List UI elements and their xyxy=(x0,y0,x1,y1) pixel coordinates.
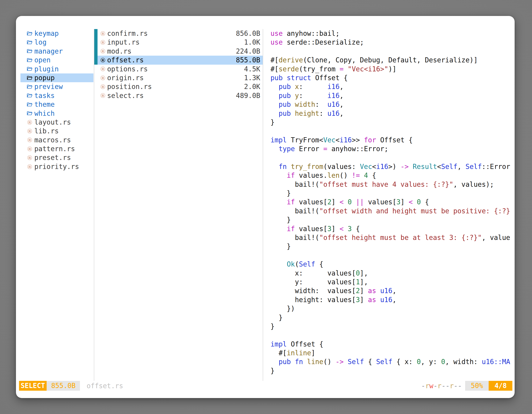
code-line: } xyxy=(270,189,515,198)
code-line: } xyxy=(270,215,515,224)
file-name: mod.rs xyxy=(107,47,132,56)
code-line xyxy=(270,47,515,56)
file-row-options-rs[interactable]: Roptions.rs4.5K xyxy=(94,65,263,73)
sidebar-item-label: lib.rs xyxy=(34,127,59,135)
code-line: #[inline] xyxy=(270,348,515,357)
sidebar-item-pattern-rs[interactable]: Rpattern.rs xyxy=(20,144,94,153)
selection-marker-bar xyxy=(94,29,97,38)
code-line: bail!("offset must have 4 values: {:?}",… xyxy=(270,180,515,189)
rust-file-icon: R xyxy=(27,164,33,170)
rust-file-icon: R xyxy=(100,30,106,37)
file-row-body: Rposition.rs2.0K xyxy=(97,82,263,91)
file-row-body: Rorigin.rs1.3K xyxy=(97,73,263,82)
rust-file-icon: R xyxy=(27,137,33,143)
rust-file-icon: R xyxy=(27,146,33,152)
sidebar-item-open[interactable]: open xyxy=(20,56,94,64)
code-line: y: values[1], xyxy=(270,278,515,286)
code-line: } xyxy=(270,313,515,322)
folder-icon xyxy=(27,84,33,90)
sidebar-item-label: popup xyxy=(34,73,55,82)
file-row-body: Roffset.rs855.0B xyxy=(97,56,263,64)
sidebar-item-theme[interactable]: theme xyxy=(20,100,94,109)
sidebar-item-preview[interactable]: preview xyxy=(20,82,94,91)
sidebar-item-label: pattern.rs xyxy=(34,144,75,153)
mode-badge: SELECT xyxy=(19,381,47,391)
sidebar-item-manager[interactable]: manager xyxy=(20,47,94,56)
sidebar-item-lib-rs[interactable]: Rlib.rs xyxy=(20,127,94,135)
rust-file-icon: R xyxy=(27,155,33,161)
rust-file-icon: R xyxy=(27,128,33,134)
svg-text:R: R xyxy=(102,58,104,62)
rust-file-icon: R xyxy=(100,84,106,90)
code-line: if values.len() != 4 { xyxy=(270,171,515,180)
file-size: 1.0K xyxy=(244,38,260,47)
sidebar-item-label: manager xyxy=(34,47,63,56)
code-line: Ok(Self { xyxy=(270,260,515,269)
svg-text:R: R xyxy=(28,147,31,151)
sidebar-item-plugin[interactable]: plugin xyxy=(20,65,94,73)
code-line: } xyxy=(270,366,515,375)
status-bar: SELECT 855.0B offset.rs -rw-r--r-- 50% 4… xyxy=(19,381,512,391)
sidebar-item-which[interactable]: which xyxy=(20,109,94,118)
sidebar-item-label: tasks xyxy=(34,91,55,100)
file-name: select.rs xyxy=(107,91,144,100)
panes-area: keymaplogmanageropenpluginpopuppreviewta… xyxy=(16,16,515,381)
selection-marker-slot xyxy=(94,82,97,91)
file-row-body: Rselect.rs489.0B xyxy=(97,91,263,100)
code-line: x: values[0], xyxy=(270,269,515,278)
file-row-origin-rs[interactable]: Rorigin.rs1.3K xyxy=(94,73,263,82)
code-line: use anyhow::bail; xyxy=(270,29,515,38)
svg-text:R: R xyxy=(102,49,104,53)
sidebar-item-priority-rs[interactable]: Rpriority.rs xyxy=(20,162,94,171)
sidebar-item-label: plugin xyxy=(34,65,59,73)
code-line: pub fn line() -> Self { Self { x: 0, y: … xyxy=(270,357,515,366)
svg-text:R: R xyxy=(28,165,31,169)
sidebar-item-layout-rs[interactable]: Rlayout.rs xyxy=(20,118,94,127)
file-row-mod-rs[interactable]: Rmod.rs224.0B xyxy=(94,47,263,56)
file-row-offset-rs[interactable]: Roffset.rs855.0B xyxy=(94,56,263,64)
file-row-input-rs[interactable]: Rinput.rs1.0K xyxy=(94,38,263,47)
sidebar-item-popup[interactable]: popup xyxy=(20,73,94,82)
code-line: width: values[2] as u16, xyxy=(270,286,515,295)
code-line: bail!("offset width and height must be p… xyxy=(270,207,515,215)
sidebar-item-log[interactable]: log xyxy=(20,38,94,47)
file-row-select-rs[interactable]: Rselect.rs489.0B xyxy=(94,91,263,100)
file-name: position.rs xyxy=(107,82,152,91)
file-name: offset.rs xyxy=(107,56,144,64)
sidebar-item-tasks[interactable]: tasks xyxy=(20,91,94,100)
folder-icon xyxy=(27,30,33,37)
file-row-body: Rconfirm.rs856.0B xyxy=(97,29,263,38)
code-line: } xyxy=(270,118,515,127)
folder-icon xyxy=(27,101,33,108)
file-size: 224.0B xyxy=(236,47,260,56)
sidebar-item-macros-rs[interactable]: Rmacros.rs xyxy=(20,136,94,144)
code-line: use serde::Deserialize; xyxy=(270,38,515,47)
svg-text:R: R xyxy=(102,76,104,80)
code-line: #[derive(Clone, Copy, Debug, Default, De… xyxy=(270,56,515,64)
sidebar-item-keymap[interactable]: keymap xyxy=(20,29,94,38)
folder-icon xyxy=(27,39,33,45)
selection-marker-bar xyxy=(94,56,97,64)
cursor-position-chip: 4/8 xyxy=(489,381,512,391)
selection-marker-slot xyxy=(94,91,97,100)
folder-icon xyxy=(27,92,33,99)
svg-text:R: R xyxy=(102,94,104,97)
file-size: 855.0B xyxy=(236,56,260,64)
svg-text:R: R xyxy=(102,31,104,35)
file-size: 4.5K xyxy=(244,65,260,73)
code-line: impl TryFrom<Vec<i16>> for Offset { xyxy=(270,136,515,144)
folder-icon xyxy=(27,48,33,54)
file-row-confirm-rs[interactable]: Rconfirm.rs856.0B xyxy=(94,29,263,38)
svg-text:R: R xyxy=(28,120,31,124)
code-line: fn try_from(values: Vec<i16>) -> Result<… xyxy=(270,162,515,171)
folder-icon xyxy=(27,110,33,116)
sidebar-item-preset-rs[interactable]: Rpreset.rs xyxy=(20,153,94,162)
file-row-body: Roptions.rs4.5K xyxy=(97,65,263,73)
file-size-chip: 855.0B xyxy=(47,381,80,391)
code-line xyxy=(270,127,515,135)
file-row-position-rs[interactable]: Rposition.rs2.0K xyxy=(94,82,263,91)
svg-text:R: R xyxy=(102,40,104,44)
code-line: }) xyxy=(270,304,515,313)
file-name: origin.rs xyxy=(107,73,144,82)
yazi-file-manager-window: keymaplogmanageropenpluginpopuppreviewta… xyxy=(16,16,515,398)
